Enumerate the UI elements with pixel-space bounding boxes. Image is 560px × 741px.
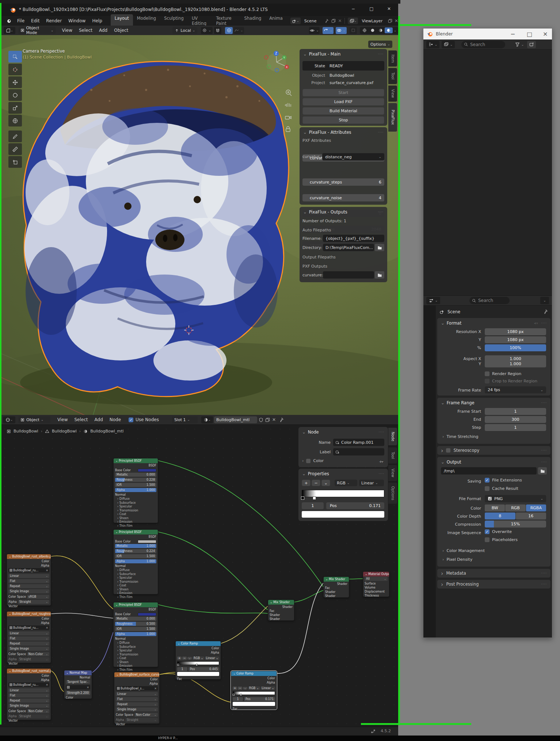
subpanel-transmission[interactable]: › Transmission xyxy=(115,509,156,513)
select-single-image[interactable]: Single Image⌄ xyxy=(8,647,49,651)
slider-roughness[interactable]: Roughness0.228 xyxy=(115,478,156,483)
node-tex-albedo[interactable]: ⌄ BulldogBowl_rust_albedo.pngColorAlphaB… xyxy=(7,554,51,606)
shading-solid-icon[interactable] xyxy=(369,27,377,33)
socket-out-color[interactable]: Color xyxy=(233,676,275,680)
output-path-folder-icon[interactable] xyxy=(538,467,547,475)
placeholders-row[interactable]: Placeholders xyxy=(485,537,518,542)
socket-out-bsdf[interactable]: BSDF xyxy=(115,608,156,612)
curvature-folder-icon[interactable] xyxy=(375,271,384,279)
ramp-pos-row[interactable]: 1Pos0.445 xyxy=(177,666,219,672)
field-%[interactable]: 100% xyxy=(485,344,546,351)
node-material-output[interactable]: ⌄ Material OutputAll⌄SurfaceVolumeDispla… xyxy=(363,571,389,597)
file-extensions-row[interactable]: ✓File Extensions xyxy=(485,478,522,483)
node-header[interactable]: ⌄ Mix Shader xyxy=(268,600,294,605)
maximize-button[interactable]: □ xyxy=(527,31,532,38)
slider-ior[interactable]: IOR1.500 xyxy=(115,554,156,559)
node-header[interactable]: ⌄ BulldogBowl_rust_albedo.png xyxy=(7,554,51,559)
socket-in-normal[interactable]: Normal xyxy=(115,564,156,568)
socket-in-fac[interactable]: Fac xyxy=(233,707,275,711)
pixel-density-subpanel[interactable]: › Pixel Density xyxy=(442,557,472,562)
color-option-BW[interactable]: BW xyxy=(485,504,505,511)
color-subpanel[interactable]: › Color xyxy=(302,458,324,463)
curvature-input[interactable] xyxy=(323,271,374,279)
select-single-image[interactable]: Single Image⌄ xyxy=(8,704,49,708)
socket-out-alpha[interactable]: Alpha xyxy=(233,681,275,685)
ramp-color-mode-select[interactable]: RGB xyxy=(335,480,357,486)
node-label-input[interactable] xyxy=(333,448,384,455)
outliner-filter-type-icon[interactable] xyxy=(442,41,455,48)
panel-title[interactable]: Format xyxy=(447,321,462,326)
falloff-icon[interactable] xyxy=(234,27,244,34)
tool-measure[interactable] xyxy=(8,143,22,155)
node-bsdf-2[interactable]: ⌄ Principled BSDFBSDFBase ColorMetallic1… xyxy=(113,529,158,594)
socket-in-shader[interactable]: Shader xyxy=(270,613,293,617)
tab-ne-tool[interactable]: Tool xyxy=(388,447,397,464)
prop-color-space[interactable]: Color SpaceNon-Color⌄ xyxy=(8,652,49,657)
socket-in-color[interactable]: Color xyxy=(66,696,90,700)
snap-magnet-icon[interactable] xyxy=(214,27,221,34)
panel-title[interactable]: PixaFlux - Main xyxy=(309,52,341,57)
prop-alpha[interactable]: AlphaStraight⌄ xyxy=(116,718,158,722)
snap-target-icon[interactable] xyxy=(201,27,213,34)
shader-type-select[interactable]: Object xyxy=(18,416,50,423)
slider-strength[interactable]: Strength2.200 xyxy=(66,691,90,696)
subpanel-coat[interactable]: › Coat xyxy=(115,657,156,660)
breadcrumb-pin-icon[interactable] xyxy=(544,309,548,314)
slider-metallic[interactable]: Metallic0.000 xyxy=(115,617,156,621)
metadata-panel[interactable]: ›Metadata···· xyxy=(437,569,551,578)
select-repeat[interactable]: Repeat⌄ xyxy=(8,699,49,703)
socket-in-volume[interactable]: Volume xyxy=(365,586,388,590)
tool-move[interactable] xyxy=(8,76,22,88)
image-field[interactable]: BulldogBowl_s...✕ xyxy=(116,686,158,692)
file-format-select[interactable]: PNG xyxy=(485,495,546,502)
subpanel-thin-film[interactable]: › Thin Film xyxy=(115,596,156,599)
node-mix-shader-1[interactable]: ⌄ Mix ShaderShaderFacShaderShader xyxy=(268,600,294,621)
node-header[interactable]: ⌄ Principled BSDF xyxy=(114,602,158,607)
socket-out-alpha[interactable]: Alpha xyxy=(8,678,49,682)
slider-metallic[interactable]: Metallic1.000 xyxy=(115,544,156,549)
xray-toggle-icon[interactable] xyxy=(350,27,357,34)
depth-option-16[interactable]: 16 xyxy=(516,513,546,519)
node-name-input[interactable]: Color Ramp.001 xyxy=(333,439,384,446)
subpanel-subsurface[interactable]: › Subsurface xyxy=(115,501,156,505)
ramp-remove-button[interactable]: − xyxy=(312,480,320,486)
slider-roughness[interactable]: Roughness0.224 xyxy=(115,549,156,554)
minimize-button[interactable]: ─ xyxy=(348,7,359,12)
image-field[interactable]: BulldogBowl_ru...✕ xyxy=(8,625,49,631)
socket-in-normal[interactable]: Normal xyxy=(115,493,156,497)
render-region-row[interactable]: Render Region xyxy=(485,371,521,376)
socket-in-vector[interactable]: Vector xyxy=(8,605,49,608)
subpanel-thin-film[interactable]: › Thin Film xyxy=(115,668,156,672)
ramp-specials-button[interactable]: ⌄ xyxy=(321,480,330,486)
node-menu-select[interactable]: Select xyxy=(71,416,91,424)
tool-cursor[interactable] xyxy=(8,64,22,75)
maximize-button[interactable]: □ xyxy=(366,6,377,11)
slider-alpha[interactable]: Alpha1.000 xyxy=(115,632,156,637)
socket-out-color[interactable]: Color xyxy=(177,646,219,650)
base-color-row[interactable]: Base Color xyxy=(115,539,156,544)
compression-slider[interactable]: 15% xyxy=(485,521,546,528)
material-unlink-icon[interactable]: ✕ xyxy=(272,417,276,422)
node-header[interactable]: ⌄ BulldogBowl_surface_curvature_curva... xyxy=(114,672,159,677)
node-header[interactable]: ⌄ Color Ramp xyxy=(231,671,277,676)
subpanel-specular[interactable]: › Specular xyxy=(115,576,156,580)
socket-in-vector[interactable]: Vector xyxy=(116,723,158,726)
depth-option-8[interactable]: 8 xyxy=(485,513,515,519)
socket-in-displacement[interactable]: Displacement xyxy=(365,590,388,594)
tab-ne-view[interactable]: View xyxy=(388,465,397,481)
shading-wireframe-icon[interactable] xyxy=(361,27,369,33)
tab-tool[interactable]: Tool xyxy=(388,68,397,84)
attr-curvatur...-dropdown[interactable]: distance_neg xyxy=(322,153,384,160)
prop-color-space[interactable]: Color SpaceNon-Color⌄ xyxy=(116,712,158,717)
node-mix-shader-2[interactable]: ⌄ Mix ShaderShaderFacShaderShader xyxy=(323,576,349,598)
node-header[interactable]: ⌄ BulldogBowl_rust_roughness.png xyxy=(7,612,51,616)
subpanel-diffuse[interactable]: › Diffuse xyxy=(115,641,156,645)
field-Resolution X[interactable]: 1080 px xyxy=(485,328,546,335)
node-tex-curvature[interactable]: ⌄ BulldogBowl_surface_curvature_curva...… xyxy=(114,672,160,724)
node-tex-normal[interactable]: ⌄ BulldogBowl_rust_normal.pngColorAlphaB… xyxy=(7,668,51,720)
tool-transform[interactable] xyxy=(8,115,22,126)
subpanel-emission[interactable]: › Emission xyxy=(115,664,156,668)
attr-curvature_noise[interactable]: curvature_noise4 xyxy=(302,194,384,201)
scene-pin-icon[interactable] xyxy=(325,19,329,23)
image-field[interactable]: BulldogBowl_ru...✕ xyxy=(8,568,49,574)
